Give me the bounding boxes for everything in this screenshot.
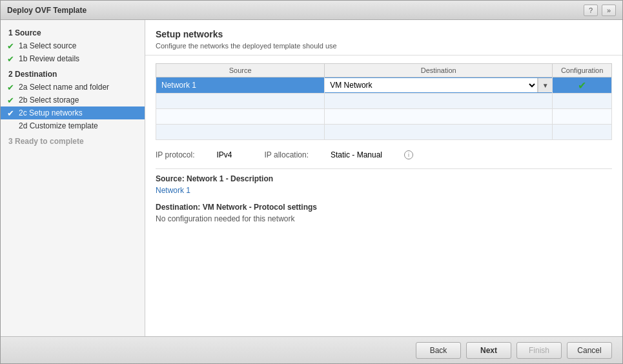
table-row	[156, 94, 612, 109]
finish-button[interactable]: Finish	[516, 342, 562, 359]
check-icon-1a: ✔	[7, 41, 14, 51]
empty-source	[156, 94, 325, 109]
title-bar: Deploy OVF Template ? »	[1, 1, 622, 20]
page-subtitle: Configure the networks the deployed temp…	[156, 42, 612, 50]
empty-config-2	[553, 109, 612, 125]
sidebar-item-1b-label: 1b Review details	[19, 54, 79, 63]
sidebar-item-3: 3 Ready to complete	[1, 135, 145, 148]
window-title: Deploy OVF Template	[7, 6, 87, 15]
empty-dest-3	[325, 125, 553, 140]
main-content: 1 Source ✔ 1a Select source ✔ 1b Review …	[1, 20, 622, 336]
sidebar-section-1: 1 Source	[1, 26, 145, 39]
config-check-icon: ✔	[578, 80, 586, 91]
sidebar-item-1a-label: 1a Select source	[19, 41, 76, 50]
dest-select-wrap: VM Network ▼	[325, 77, 552, 93]
check-icon-2c: ✔	[7, 108, 14, 118]
sidebar-item-2a[interactable]: ✔ 2a Select name and folder	[1, 81, 145, 94]
main-window: Deploy OVF Template ? » 1 Source ✔ 1a Se…	[0, 0, 623, 364]
check-icon-2a: ✔	[7, 83, 14, 92]
sidebar-item-2c[interactable]: ✔ 2c Setup networks	[1, 106, 145, 119]
source-desc-link[interactable]: Network 1	[156, 186, 190, 195]
cancel-button[interactable]: Cancel	[567, 342, 612, 359]
sidebar-item-2d[interactable]: 2d Customize template	[1, 119, 145, 132]
info-icon[interactable]: i	[404, 150, 413, 159]
sidebar-item-2a-label: 2a Select name and folder	[19, 83, 109, 92]
col-configuration: Configuration	[553, 64, 612, 77]
sidebar-section-2: 2 Destination	[1, 68, 145, 81]
source-desc-title: Source: Network 1 - Description	[156, 174, 612, 183]
expand-button[interactable]: »	[602, 5, 616, 16]
ip-info-row: IP protocol: IPv4 IP allocation: Static …	[156, 147, 612, 163]
check-icon-1b: ✔	[7, 54, 14, 64]
dest-dropdown-button[interactable]: ▼	[538, 78, 552, 92]
content-area: Setup networks Configure the networks th…	[145, 20, 622, 336]
sidebar-item-2b-label: 2b Select storage	[19, 96, 79, 105]
source-description-section: Source: Network 1 - Description Network …	[156, 174, 612, 195]
footer: Back Next Finish Cancel	[1, 336, 622, 363]
col-source: Source	[156, 64, 325, 77]
help-button[interactable]: ?	[584, 5, 598, 16]
dest-desc-title: Destination: VM Network - Protocol setti…	[156, 203, 612, 212]
ip-protocol-value: IPv4	[216, 150, 232, 159]
table-row	[156, 109, 612, 125]
network-config-cell: ✔	[553, 77, 612, 94]
sidebar-section-1-label: 1 Source	[8, 28, 41, 37]
network-source-cell: Network 1	[156, 77, 325, 94]
next-button[interactable]: Next	[466, 342, 511, 359]
network-dest-cell[interactable]: VM Network ▼	[325, 77, 553, 94]
ip-protocol-label: IP protocol:	[156, 150, 194, 159]
page-title: Setup networks	[156, 29, 612, 39]
col-destination: Destination	[325, 64, 553, 77]
sidebar-section-2-label: 2 Destination	[8, 70, 57, 79]
sidebar-item-1b[interactable]: ✔ 1b Review details	[1, 52, 145, 65]
content-header: Setup networks Configure the networks th…	[145, 20, 622, 56]
sidebar-item-3-label: 3 Ready to complete	[8, 137, 84, 146]
network-table: Source Destination Configuration Network…	[156, 63, 612, 140]
ip-allocation-label: IP allocation:	[265, 150, 309, 159]
empty-dest-2	[325, 109, 553, 125]
table-row	[156, 125, 612, 140]
network-1-label: Network 1	[156, 78, 324, 92]
back-button[interactable]: Back	[416, 342, 461, 359]
dest-desc-text: No configuration needed for this network	[156, 214, 612, 223]
sidebar-item-1a[interactable]: ✔ 1a Select source	[1, 39, 145, 52]
ip-allocation-value: Static - Manual	[331, 150, 382, 159]
sidebar-item-2d-label: 2d Customize template	[19, 121, 98, 130]
title-bar-buttons: ? »	[584, 5, 616, 16]
dest-select[interactable]: VM Network	[325, 78, 538, 92]
divider-1	[156, 168, 612, 169]
check-icon-2b: ✔	[7, 96, 14, 105]
content-body: Source Destination Configuration Network…	[145, 56, 622, 336]
empty-config	[553, 94, 612, 109]
empty-config-3	[553, 125, 612, 140]
table-row: Network 1 VM Network ▼	[156, 77, 612, 94]
empty-source-2	[156, 109, 325, 125]
dest-protocol-section: Destination: VM Network - Protocol setti…	[156, 203, 612, 223]
empty-source-3	[156, 125, 325, 140]
empty-dest	[325, 94, 553, 109]
sidebar-item-2b[interactable]: ✔ 2b Select storage	[1, 94, 145, 106]
sidebar: 1 Source ✔ 1a Select source ✔ 1b Review …	[1, 20, 145, 336]
sidebar-item-2c-label: 2c Setup networks	[19, 108, 83, 117]
